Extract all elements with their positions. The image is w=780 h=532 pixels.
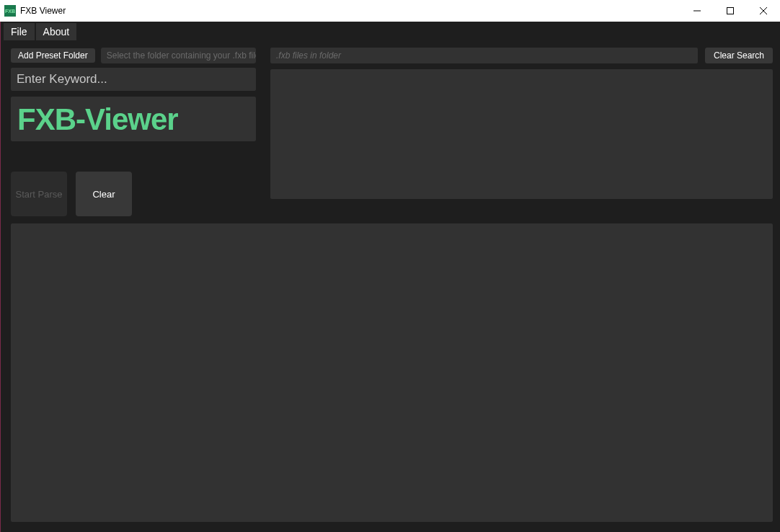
menu-about[interactable]: About <box>36 23 77 40</box>
svg-rect-1 <box>727 8 734 14</box>
maximize-icon <box>727 7 734 14</box>
output-panel[interactable] <box>11 223 773 522</box>
window-title: FXB Viewer <box>20 6 66 16</box>
close-button[interactable] <box>747 0 780 22</box>
app-logo: FXB-Viewer <box>16 101 251 136</box>
menubar: File About <box>1 22 780 42</box>
minimize-icon <box>693 7 701 14</box>
titlebar: FXB FXB Viewer <box>0 0 780 22</box>
svg-text:FXB-Viewer: FXB-Viewer <box>17 102 178 136</box>
menu-file[interactable]: File <box>4 23 35 40</box>
maximize-button[interactable] <box>714 0 747 22</box>
content: Add Preset Folder Select the folder cont… <box>1 42 780 532</box>
clear-button[interactable]: Clear <box>76 172 132 216</box>
upper-row: Add Preset Folder Select the folder cont… <box>11 48 773 216</box>
app-icon: FXB <box>4 5 16 17</box>
app-body: File About Add Preset Folder Select the … <box>0 22 780 532</box>
logo-panel: FXB-Viewer <box>11 97 256 141</box>
file-list-panel[interactable] <box>270 69 773 199</box>
start-parse-button[interactable]: Start Parse <box>11 172 67 216</box>
folder-path-label: Select the folder containing your .fxb f… <box>101 48 256 63</box>
files-search-input[interactable] <box>270 48 698 63</box>
window-controls <box>681 0 780 22</box>
clear-search-button[interactable]: Clear Search <box>705 48 773 63</box>
search-row: Clear Search <box>270 48 773 63</box>
action-row: Start Parse Clear <box>11 172 256 216</box>
close-icon <box>760 7 767 14</box>
left-column: Add Preset Folder Select the folder cont… <box>11 48 256 216</box>
minimize-button[interactable] <box>681 0 714 22</box>
right-column: Clear Search <box>270 48 773 199</box>
add-folder-row: Add Preset Folder Select the folder cont… <box>11 48 256 63</box>
titlebar-left: FXB FXB Viewer <box>4 5 66 17</box>
add-preset-folder-button[interactable]: Add Preset Folder <box>11 48 95 63</box>
keyword-input[interactable] <box>11 68 256 91</box>
